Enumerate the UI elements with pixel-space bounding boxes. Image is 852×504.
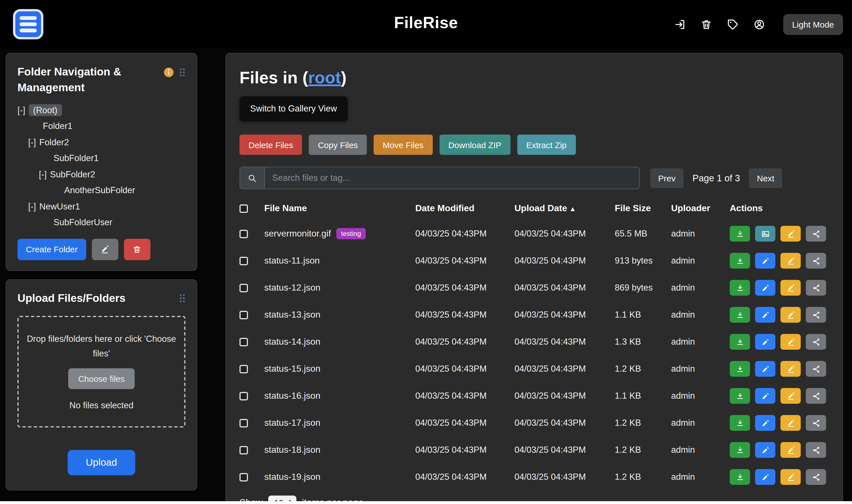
tree-label[interactable]: AnotherSubFolder <box>64 185 135 195</box>
tree-label[interactable]: NewUser1 <box>39 201 80 211</box>
download-button[interactable] <box>730 361 750 377</box>
tag-edit-button[interactable] <box>780 469 801 485</box>
download-button[interactable] <box>730 388 750 404</box>
tree-item-anothersubfolder[interactable]: AnotherSubFolder <box>17 182 186 198</box>
file-name[interactable]: status-17.json <box>264 418 320 428</box>
row-checkbox[interactable] <box>240 446 248 454</box>
tree-item-newuser1[interactable]: [-]NewUser1 <box>17 198 186 215</box>
tree-item-subfolder2[interactable]: [-]SubFolder2 <box>17 166 186 182</box>
download-button[interactable] <box>730 469 750 485</box>
tree-toggle[interactable]: [-] <box>39 169 47 179</box>
share-button[interactable] <box>806 307 826 323</box>
edit-button[interactable] <box>755 442 776 458</box>
rename-folder-button[interactable] <box>91 238 118 260</box>
tag-edit-button[interactable] <box>780 442 801 458</box>
tree-item-folder1[interactable]: Folder1 <box>17 118 186 134</box>
row-checkbox[interactable] <box>240 284 248 292</box>
share-button[interactable] <box>806 388 826 404</box>
row-checkbox[interactable] <box>240 338 248 346</box>
extract-zip-button[interactable]: Extract Zip <box>517 134 576 155</box>
row-checkbox[interactable] <box>240 365 248 373</box>
file-name[interactable]: status-18.json <box>264 445 320 455</box>
download-button[interactable] <box>730 253 750 269</box>
tree-toggle[interactable]: [-] <box>28 201 36 211</box>
tree-toggle[interactable]: [-] <box>17 105 25 114</box>
upload-button[interactable]: Upload <box>68 450 135 475</box>
light-mode-button[interactable]: Light Mode <box>783 14 843 35</box>
tag-edit-button[interactable] <box>780 253 801 269</box>
col-date-modified[interactable]: Date Modified <box>415 203 515 213</box>
file-name[interactable]: status-12.json <box>264 283 320 293</box>
file-name[interactable]: status-11.json <box>264 256 320 266</box>
edit-button[interactable] <box>755 415 776 431</box>
tree-item-subfolderuser[interactable]: SubFolderUser <box>17 215 186 231</box>
tag-edit-button[interactable] <box>780 226 801 241</box>
col-upload-date[interactable]: Upload Date▲ <box>515 203 615 213</box>
row-checkbox[interactable] <box>240 310 248 319</box>
row-checkbox[interactable] <box>240 230 248 238</box>
select-all-checkbox[interactable] <box>240 204 248 213</box>
file-name[interactable]: status-14.json <box>264 337 320 347</box>
delete-folder-button[interactable] <box>124 238 150 260</box>
logout-icon[interactable] <box>674 18 686 30</box>
edit-button[interactable] <box>755 280 776 296</box>
tag-edit-button[interactable] <box>780 415 801 431</box>
share-button[interactable] <box>806 469 826 485</box>
share-button[interactable] <box>806 415 826 431</box>
edit-button[interactable] <box>755 388 776 404</box>
choose-files-button[interactable]: Choose files <box>68 368 135 390</box>
row-checkbox[interactable] <box>240 473 248 481</box>
edit-button[interactable] <box>755 307 776 323</box>
file-name[interactable]: status-15.json <box>264 364 320 374</box>
download-button[interactable] <box>730 226 750 241</box>
tag-icon[interactable] <box>727 18 739 30</box>
tree-toggle[interactable]: [-] <box>28 137 36 147</box>
tag-edit-button[interactable] <box>780 280 801 296</box>
tree-label[interactable]: SubFolder2 <box>50 169 95 179</box>
col-uploader[interactable]: Uploader <box>671 203 730 213</box>
download-button[interactable] <box>730 280 750 296</box>
tag-edit-button[interactable] <box>780 334 801 350</box>
tree-item-root[interactable]: [-](Root) <box>17 102 186 118</box>
download-button[interactable] <box>730 415 750 431</box>
col-file-name[interactable]: File Name <box>264 203 415 213</box>
info-icon[interactable] <box>163 67 174 78</box>
upload-dropzone[interactable]: Drop files/folders here or click 'Choose… <box>17 316 186 427</box>
file-name[interactable]: servermonitor.gif <box>264 229 331 239</box>
download-button[interactable] <box>730 307 750 323</box>
search-input[interactable] <box>265 167 639 188</box>
trash-icon[interactable] <box>700 18 712 30</box>
share-button[interactable] <box>806 334 826 350</box>
share-button[interactable] <box>806 361 826 377</box>
prev-page-button[interactable]: Prev <box>650 168 683 188</box>
download-button[interactable] <box>730 442 750 458</box>
copy-files-button[interactable]: Copy Files <box>309 134 367 155</box>
drag-handle-icon[interactable] <box>179 68 186 77</box>
drag-handle-icon[interactable] <box>179 293 186 303</box>
tag-edit-button[interactable] <box>780 361 801 377</box>
edit-button[interactable] <box>755 469 776 485</box>
tree-label[interactable]: Folder2 <box>39 137 69 147</box>
col-file-size[interactable]: File Size <box>615 203 671 213</box>
share-button[interactable] <box>806 442 826 458</box>
delete-files-button[interactable]: Delete Files <box>240 134 302 155</box>
edit-button[interactable] <box>755 361 776 377</box>
preview-button[interactable] <box>755 226 776 241</box>
create-folder-button[interactable]: Create Folder <box>17 238 86 260</box>
user-profile-icon[interactable] <box>753 18 765 30</box>
tree-item-subfolder1[interactable]: SubFolder1 <box>17 150 186 166</box>
tree-label[interactable]: (Root) <box>29 104 62 116</box>
row-checkbox[interactable] <box>240 392 248 400</box>
download-zip-button[interactable]: Download ZIP <box>439 134 510 155</box>
tag-edit-button[interactable] <box>780 388 801 404</box>
edit-button[interactable] <box>755 253 776 269</box>
row-checkbox[interactable] <box>240 419 248 427</box>
next-page-button[interactable]: Next <box>749 168 782 188</box>
share-button[interactable] <box>806 253 826 269</box>
file-name[interactable]: status-16.json <box>264 391 320 401</box>
edit-button[interactable] <box>755 334 776 350</box>
row-checkbox[interactable] <box>240 256 248 265</box>
gallery-view-button[interactable]: Switch to Gallery View <box>240 96 348 121</box>
tree-label[interactable]: SubFolderUser <box>54 217 112 227</box>
tag-edit-button[interactable] <box>780 307 801 323</box>
